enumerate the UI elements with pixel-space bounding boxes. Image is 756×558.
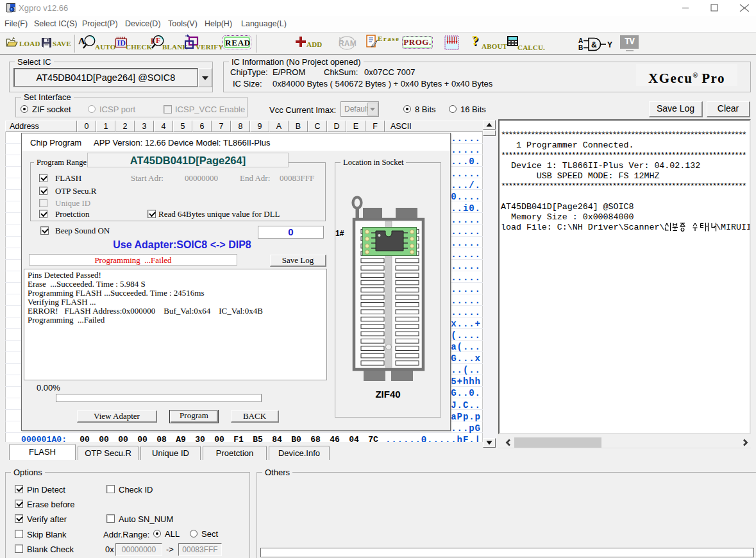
- svg-text:F: F: [151, 37, 156, 46]
- svg-text:F: F: [156, 36, 161, 45]
- svg-text:A: A: [78, 36, 85, 46]
- svg-text:Y: Y: [607, 40, 612, 49]
- svg-text:RAM: RAM: [339, 39, 357, 48]
- svg-text:ID: ID: [117, 38, 126, 47]
- svg-text:B: B: [578, 44, 583, 51]
- svg-text:A: A: [578, 37, 583, 44]
- svg-text:&: &: [591, 40, 597, 49]
